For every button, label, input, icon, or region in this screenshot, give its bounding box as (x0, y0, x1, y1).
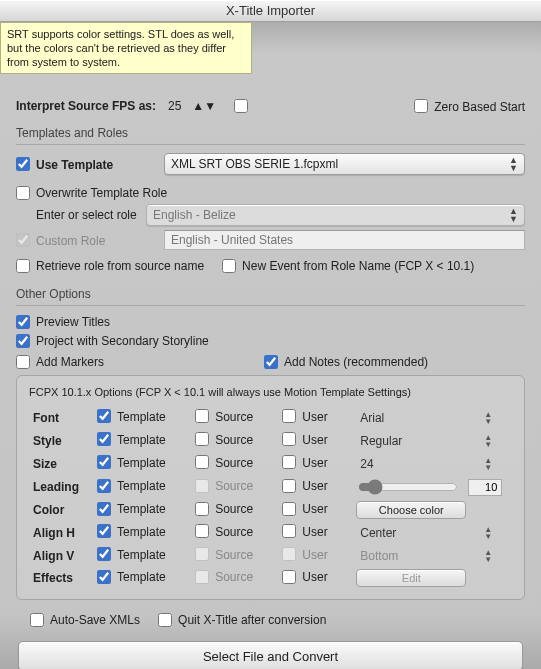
size-user-cb[interactable]: User (282, 455, 327, 470)
retrieve-role-checkbox[interactable]: Retrieve role from source name (16, 258, 204, 273)
opt-effects-label: Effects (29, 567, 93, 589)
style-user-cb[interactable]: User (282, 432, 327, 447)
unknown-checkbox-1-label (254, 99, 257, 114)
fps-select[interactable]: 25 ▲▼ (162, 96, 220, 116)
style-value-select[interactable]: Regular▲▼ (356, 431, 494, 450)
font-user-cb[interactable]: User (282, 409, 327, 424)
overwrite-role-input[interactable] (16, 186, 30, 200)
table-row: Effects Template Source User Edit (29, 567, 512, 589)
edit-effects-button[interactable]: Edit (356, 569, 466, 587)
color-source-cb[interactable]: Source (195, 501, 253, 516)
effects-template-cb[interactable]: Template (97, 569, 166, 584)
opt-alignv-label: Align V (29, 544, 93, 567)
font-template-cb[interactable]: Template (97, 409, 166, 424)
new-event-checkbox[interactable]: New Event from Role Name (FCP X < 10.1) (222, 258, 474, 273)
secondary-storyline-input[interactable] (16, 334, 30, 348)
add-markers-input[interactable] (16, 355, 30, 369)
add-markers-label: Add Markers (36, 354, 104, 369)
preview-titles-checkbox[interactable]: Preview Titles (16, 314, 110, 329)
color-template-cb[interactable]: Template (97, 501, 166, 516)
opt-alignh-label: Align H (29, 521, 93, 544)
leading-source-cb: Source (195, 478, 253, 493)
quit-after-checkbox[interactable]: Quit X-Title after conversion (158, 612, 326, 627)
alignv-user-cb: User (282, 547, 327, 562)
alignh-value-select[interactable]: Center▲▼ (356, 523, 494, 542)
section-templates-roles: Templates and Roles (16, 126, 525, 140)
preview-titles-input[interactable] (16, 315, 30, 329)
unknown-checkbox-1[interactable] (234, 99, 257, 114)
select-file-convert-button[interactable]: Select File and Convert (18, 641, 523, 669)
new-event-input[interactable] (222, 259, 236, 273)
opt-leading-label: Leading (29, 475, 93, 499)
add-notes-checkbox[interactable]: Add Notes (recommended) (264, 354, 428, 369)
add-notes-label: Add Notes (recommended) (284, 354, 428, 369)
leading-template-cb[interactable]: Template (97, 478, 166, 493)
zero-based-start-input[interactable] (414, 99, 428, 113)
autosave-checkbox[interactable]: Auto-Save XMLs (30, 612, 140, 627)
overwrite-role-checkbox[interactable]: Overwrite Template Role (16, 185, 167, 200)
opt-font-label: Font (29, 406, 93, 429)
window-title: X-Title Importer (0, 0, 541, 22)
leading-slider-wrap (356, 477, 508, 497)
chevron-updown-icon: ▲▼ (509, 156, 518, 172)
add-markers-checkbox[interactable]: Add Markers (16, 354, 246, 369)
zero-based-start-checkbox[interactable]: Zero Based Start (414, 99, 525, 114)
chevron-updown-icon: ▲▼ (192, 99, 216, 113)
table-row: Align V Template Source User Bottom▲▼ (29, 544, 512, 567)
use-template-checkbox[interactable]: Use Template (16, 157, 146, 172)
chevron-updown-icon: ▲▼ (484, 549, 492, 563)
style-source-cb[interactable]: Source (195, 432, 253, 447)
chevron-updown-icon: ▲▼ (484, 526, 492, 540)
new-event-label: New Event from Role Name (FCP X < 10.1) (242, 258, 474, 273)
table-row: Color Template Source User Choose color (29, 499, 512, 521)
alignv-source-cb: Source (195, 547, 253, 562)
interpret-fps-label: Interpret Source FPS as: (16, 99, 156, 113)
opt-style-label: Style (29, 429, 93, 452)
autosave-input[interactable] (30, 613, 44, 627)
effects-source-cb: Source (195, 569, 253, 584)
color-user-cb[interactable]: User (282, 501, 327, 516)
retrieve-role-label: Retrieve role from source name (36, 258, 204, 273)
effects-user-cb[interactable]: User (282, 569, 327, 584)
fps-value: 25 (168, 99, 181, 113)
chevron-updown-icon: ▲▼ (484, 411, 492, 425)
retrieve-role-input[interactable] (16, 259, 30, 273)
preview-titles-label: Preview Titles (36, 314, 110, 329)
chevron-updown-icon: ▲▼ (509, 207, 518, 223)
custom-role-value: English - United States (171, 233, 293, 247)
style-template-cb[interactable]: Template (97, 432, 166, 447)
alignh-source-cb[interactable]: Source (195, 524, 253, 539)
size-source-cb[interactable]: Source (195, 455, 253, 470)
leading-user-cb[interactable]: User (282, 478, 327, 493)
autosave-label: Auto-Save XMLs (50, 612, 140, 627)
role-select[interactable]: English - Belize ▲▼ (146, 204, 525, 226)
custom-role-input (16, 233, 30, 247)
add-notes-input[interactable] (264, 355, 278, 369)
custom-role-field[interactable]: English - United States (164, 230, 525, 250)
overwrite-role-label: Overwrite Template Role (36, 185, 167, 200)
fcpx-panel-title: FCPX 10.1.x Options (FCP X < 10.1 will a… (29, 386, 512, 398)
alignh-template-cb[interactable]: Template (97, 524, 166, 539)
opt-size-label: Size (29, 452, 93, 475)
fcpx-options-table: Font Template Source User Arial▲▼ Style … (29, 406, 512, 589)
custom-role-checkbox[interactable]: Custom Role (16, 233, 146, 248)
template-select[interactable]: XML SRT OBS SERIE 1.fcpxml ▲▼ (164, 153, 525, 175)
size-value-select[interactable]: 24▲▼ (356, 454, 494, 473)
leading-slider[interactable] (358, 479, 458, 495)
table-row: Align H Template Source User Center▲▼ (29, 521, 512, 544)
unknown-checkbox-1-input[interactable] (234, 99, 248, 113)
size-template-cb[interactable]: Template (97, 455, 166, 470)
font-source-cb[interactable]: Source (195, 409, 253, 424)
leading-value-field[interactable] (468, 479, 502, 496)
secondary-storyline-checkbox[interactable]: Project with Secondary Storyline (16, 333, 209, 348)
choose-color-button[interactable]: Choose color (356, 501, 466, 519)
fcpx-options-panel: FCPX 10.1.x Options (FCP X < 10.1 will a… (16, 375, 525, 600)
table-row: Size Template Source User 24▲▼ (29, 452, 512, 475)
alignv-template-cb[interactable]: Template (97, 547, 166, 562)
alignh-user-cb[interactable]: User (282, 524, 327, 539)
opt-color-label: Color (29, 499, 93, 521)
font-value-select[interactable]: Arial▲▼ (356, 408, 494, 427)
quit-after-input[interactable] (158, 613, 172, 627)
use-template-label: Use Template (36, 157, 113, 172)
use-template-input[interactable] (16, 157, 30, 171)
